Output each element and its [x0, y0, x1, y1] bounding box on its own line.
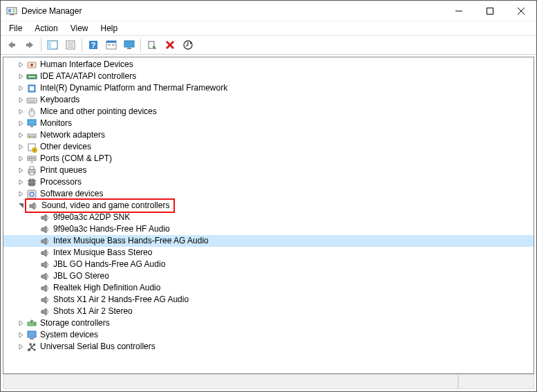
expand-icon[interactable]	[17, 120, 25, 128]
speaker-icon	[39, 259, 50, 270]
tree-item-label: Intex Musique Bass Stereo	[53, 247, 152, 259]
tree-item[interactable]: Intel(R) Dynamic Platform and Thermal Fr…	[3, 82, 534, 94]
forward-button[interactable]	[21, 37, 38, 53]
tree-item-label: Shots X1 Air 2 Hands-Free AG Audio	[53, 294, 189, 306]
tree-item[interactable]: Intex Musique Bass Hands-Free AG Audio	[3, 235, 534, 247]
menu-file[interactable]: File	[3, 23, 28, 34]
tree-item-label: Other devices	[40, 141, 91, 153]
expand-icon[interactable]	[17, 331, 25, 339]
svg-rect-32	[28, 76, 35, 77]
monitor-button[interactable]	[121, 37, 138, 53]
tree-item-label: JBL GO Hands-Free AG Audio	[53, 259, 165, 270]
monitor-icon	[26, 118, 37, 129]
expand-icon[interactable]	[17, 73, 25, 81]
svg-rect-4	[10, 14, 14, 15]
expand-icon[interactable]	[17, 343, 25, 351]
expand-icon[interactable]	[17, 167, 25, 175]
tree-item-label: JBL GO Stereo	[53, 270, 109, 282]
show-hide-tree-button[interactable]	[44, 37, 61, 53]
speaker-icon	[39, 306, 50, 317]
tree-item[interactable]: Ports (COM & LPT)	[3, 153, 534, 165]
tree-item-label: Network adapters	[40, 129, 105, 141]
maximize-button[interactable]	[474, 1, 505, 21]
tree-item[interactable]: Monitors	[3, 118, 534, 129]
menu-help[interactable]: Help	[95, 23, 124, 34]
scan-button[interactable]	[144, 37, 160, 53]
uninstall-button[interactable]	[162, 37, 178, 53]
svg-point-50	[29, 158, 30, 159]
tree-item[interactable]: JBL GO Hands-Free AG Audio	[3, 259, 534, 270]
port-icon	[26, 153, 37, 165]
menu-action[interactable]: Action	[29, 23, 63, 34]
properties-button-1[interactable]	[62, 37, 79, 53]
help-button[interactable]: ?	[85, 37, 102, 53]
expand-icon[interactable]	[17, 61, 25, 69]
svg-rect-55	[30, 172, 34, 175]
menu-view[interactable]: View	[65, 23, 94, 34]
tree-item[interactable]: Universal Serial Bus controllers	[3, 341, 534, 353]
expand-icon[interactable]	[17, 131, 25, 140]
tree-item[interactable]: Intex Musique Bass Stereo	[3, 247, 534, 259]
tree-item[interactable]: System devices	[3, 329, 534, 341]
tree-item[interactable]: IDE ATA/ATAPI controllers	[3, 71, 534, 82]
no-expander	[30, 214, 38, 222]
no-expander	[30, 284, 38, 292]
tree-item[interactable]: Print queues	[3, 165, 534, 176]
tree-item[interactable]: Human Interface Devices	[3, 59, 534, 71]
close-button[interactable]	[505, 1, 536, 21]
expand-icon[interactable]	[17, 155, 25, 163]
tree-item-label: Storage controllers	[40, 317, 110, 329]
tree-item[interactable]: ?Other devices	[3, 141, 534, 153]
svg-rect-23	[124, 41, 134, 47]
speaker-icon	[39, 295, 50, 306]
no-expander	[30, 249, 38, 257]
speaker-icon	[39, 248, 50, 259]
tree-item[interactable]: 9f9e0a3c A2DP SNK	[3, 212, 534, 223]
svg-point-30	[30, 64, 33, 66]
expand-icon[interactable]	[17, 108, 25, 116]
window-title: Device Manager	[21, 6, 82, 16]
expand-icon[interactable]	[17, 178, 25, 187]
no-expander	[30, 296, 38, 304]
action-button[interactable]	[103, 37, 120, 53]
expand-icon[interactable]	[17, 84, 25, 93]
svg-rect-44	[31, 136, 32, 137]
storage-icon	[26, 318, 37, 329]
tree-item[interactable]: Storage controllers	[3, 317, 534, 329]
svg-rect-3	[12, 11, 15, 12]
tree-item[interactable]: Keyboards	[3, 94, 534, 106]
update-driver-button[interactable]	[180, 37, 196, 53]
svg-rect-45	[33, 136, 35, 137]
tree-item[interactable]: Mice and other pointing devices	[3, 106, 534, 118]
expand-icon[interactable]	[17, 190, 25, 198]
tree-item[interactable]: 9f9e0a3c Hands-Free HF Audio	[3, 223, 534, 235]
expand-icon[interactable]	[17, 96, 25, 104]
keyboard-icon	[26, 95, 37, 106]
svg-rect-1	[8, 9, 11, 12]
tree-item[interactable]: Shots X1 Air 2 Stereo	[3, 306, 534, 317]
no-expander	[30, 237, 38, 245]
tree-item[interactable]: Realtek High Definition Audio	[3, 282, 534, 294]
tree-item-label: Sound, video and game controllers	[41, 200, 169, 212]
tree-item[interactable]: Shots X1 Air 2 Hands-Free AG Audio	[3, 294, 534, 306]
tree-item[interactable]: Network adapters	[3, 129, 534, 141]
tree-item[interactable]: Processors	[3, 176, 534, 188]
device-tree[interactable]: Human Interface DevicesIDE ATA/ATAPI con…	[3, 57, 534, 373]
expand-icon[interactable]	[17, 143, 25, 151]
speaker-icon	[39, 271, 50, 282]
sound-icon	[28, 200, 39, 212]
svg-rect-65	[28, 190, 36, 198]
svg-point-68	[34, 323, 35, 324]
no-expander	[30, 225, 38, 234]
tree-item-label: System devices	[40, 329, 98, 341]
minimize-button[interactable]	[443, 1, 474, 21]
back-button[interactable]	[3, 37, 20, 53]
svg-rect-6	[487, 8, 493, 14]
tree-item[interactable]: JBL GO Stereo	[3, 270, 534, 282]
tree-item[interactable]: Sound, video and game controllers	[3, 200, 534, 212]
collapse-icon[interactable]	[17, 202, 25, 210]
expand-icon[interactable]	[17, 319, 25, 328]
ide-icon	[26, 71, 37, 82]
svg-text:?: ?	[91, 41, 96, 49]
annotation-highlight: Sound, video and game controllers	[25, 198, 175, 213]
